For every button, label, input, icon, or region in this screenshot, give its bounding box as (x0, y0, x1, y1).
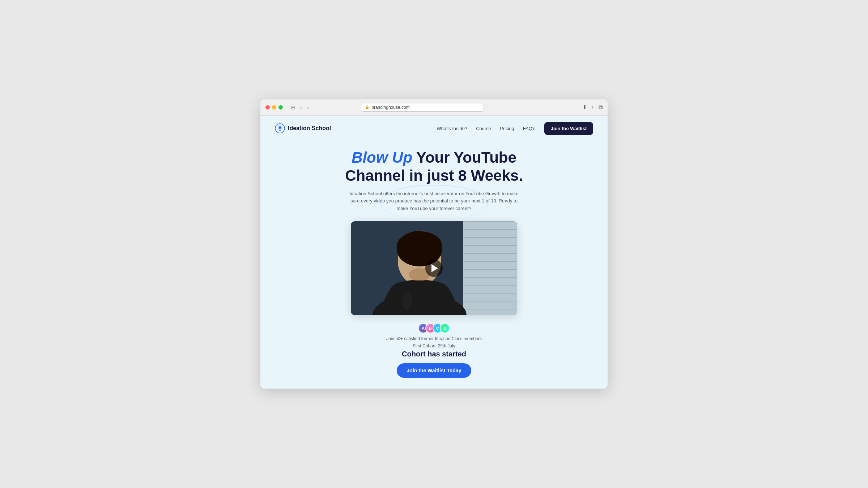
url-text: brandinghouse.com (371, 105, 409, 110)
cohort-status: Cohort has started (397, 350, 472, 358)
svg-point-1 (279, 127, 281, 129)
nav-faqs[interactable]: FAQ's (523, 126, 536, 131)
back-button[interactable]: ‹ (299, 104, 303, 111)
svg-point-20 (401, 292, 412, 310)
svg-rect-12 (463, 285, 517, 286)
video-play-button[interactable] (425, 260, 443, 277)
hero-title: Blow Up Your YouTube Channel in just 8 W… (345, 149, 523, 185)
lock-icon: 🔒 (365, 105, 369, 109)
close-button[interactable] (265, 105, 270, 110)
social-proof: A B C D Join 50+ satisfied former Ideati… (386, 323, 482, 341)
page-content: Ideation School What's Inside? Course Pr… (260, 116, 608, 389)
social-proof-text: Join 50+ satisfied former Ideation Class… (386, 336, 482, 341)
svg-rect-15 (463, 309, 517, 309)
logo-text: Ideation School (288, 125, 331, 132)
nav-pricing[interactable]: Pricing (500, 126, 514, 131)
svg-rect-6 (463, 237, 517, 238)
svg-rect-7 (463, 245, 517, 246)
hero-title-line2: Channel in just 8 Weeks. (345, 167, 523, 184)
avatar-4: D (440, 323, 450, 333)
cohort-info: First Cohort: 29th July Cohort has start… (397, 343, 472, 389)
svg-rect-5 (463, 229, 517, 230)
hero-section: Blow Up Your YouTube Channel in just 8 W… (260, 141, 608, 389)
browser-actions: ⬆ ＋ ⧉ (582, 103, 603, 111)
share-icon[interactable]: ⬆ (582, 103, 587, 111)
traffic-lights (265, 105, 283, 110)
nav-join-waitlist-button[interactable]: Join the Waitlist (544, 122, 593, 135)
svg-rect-9 (463, 261, 517, 262)
hero-subtitle: Ideation School offers the internet's be… (347, 190, 521, 213)
maximize-button[interactable] (278, 105, 283, 110)
svg-rect-13 (463, 293, 517, 294)
cohort-date: First Cohort: 29th July (397, 343, 472, 348)
hero-wrapper: Blow Up Your YouTube Channel in just 8 W… (260, 141, 608, 389)
browser-chrome: ⊞ ‹ › 🔒 brandinghouse.com ⬆ ＋ ⧉ (260, 99, 608, 116)
minimize-button[interactable] (272, 105, 276, 110)
video-container (351, 221, 517, 315)
nav-logo[interactable]: Ideation School (275, 123, 331, 133)
browser-window: ⊞ ‹ › 🔒 brandinghouse.com ⬆ ＋ ⧉ Id (260, 99, 608, 389)
navbar: Ideation School What's Inside? Course Pr… (260, 116, 608, 141)
avatars-group: A B C D (418, 323, 450, 333)
join-waitlist-today-button[interactable]: Join the Waitlist Today (397, 363, 472, 378)
address-bar[interactable]: 🔒 brandinghouse.com (361, 103, 484, 112)
forward-button[interactable]: › (306, 104, 310, 111)
tab-grid-icon[interactable]: ⊞ (289, 104, 297, 111)
svg-rect-10 (463, 269, 517, 270)
new-tab-icon[interactable]: ＋ (590, 103, 596, 111)
svg-rect-4 (463, 221, 517, 222)
nav-links: What's Inside? Course Pricing FAQ's Join… (437, 122, 593, 135)
browser-controls: ⊞ ‹ › (289, 104, 310, 111)
nav-whats-inside[interactable]: What's Inside? (437, 126, 467, 131)
hero-title-highlight: Blow Up (352, 149, 412, 166)
svg-rect-14 (463, 301, 517, 301)
logo-icon (275, 123, 285, 133)
copy-icon[interactable]: ⧉ (599, 103, 603, 111)
svg-rect-8 (463, 253, 517, 254)
hero-title-rest: Your YouTube (412, 149, 516, 166)
nav-course[interactable]: Course (476, 126, 491, 131)
svg-rect-11 (463, 277, 517, 278)
